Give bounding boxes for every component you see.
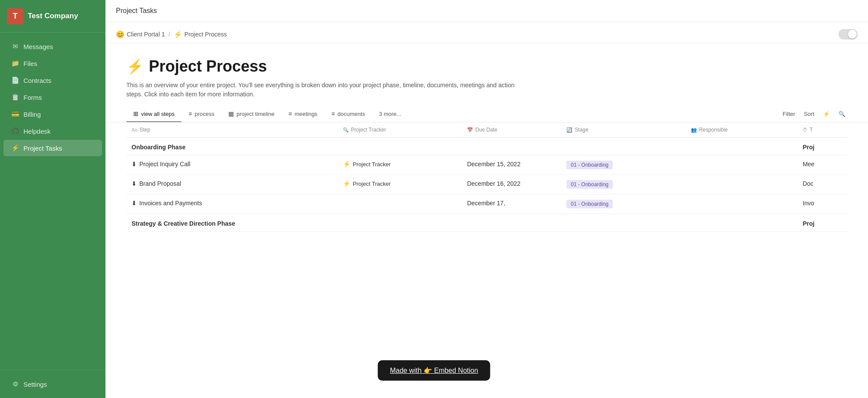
tab-icon-documents: ≡ [331,110,335,117]
billing-icon: 💳 [11,110,19,118]
table-body: Onboarding Phase Proj ⬇ Project Inquiry … [126,138,847,232]
sidebar-item-contracts[interactable]: 📄 Contracts [3,72,102,89]
forms-icon: 📋 [11,93,19,101]
tracker-icon: ⚡ [343,180,350,187]
main-header: Project Tasks [105,0,868,22]
col-header-stage: 🔄 Stage [561,122,685,138]
tracker-cell: ⚡ Project Tracker [338,175,462,194]
breadcrumb: 😊 Client Portal 1 / ⚡ Project Process [105,22,868,43]
page-heading: Project Process [149,57,267,76]
search-button[interactable]: 🔍 [837,106,847,122]
type-cell: Mee [797,155,847,175]
page-title-area: ⚡ Project Process This is an overview of… [105,43,868,106]
phase-row-strategy: Strategy & Creative Direction Phase Proj [126,214,847,232]
sidebar-item-billing[interactable]: 💳 Billing [3,106,102,122]
col-header-type: ⏱ T [797,122,847,138]
responsible-cell [686,194,798,214]
col-prefix-tracker: 🔍 [343,127,349,133]
sidebar-item-label: Contracts [23,77,51,84]
tab-meetings[interactable]: ≡ meetings [281,106,324,122]
contracts-icon: 📄 [11,76,19,84]
tab-label: project timeline [237,111,274,117]
tab-project-timeline[interactable]: ▦ project timeline [221,106,281,122]
step-cell: ⬇ Brand Proposal [126,175,338,194]
content: 😊 Client Portal 1 / ⚡ Project Process ⚡ … [105,22,868,398]
filter-button[interactable]: Filter [781,106,797,122]
helpdesk-icon: 🎧 [11,127,19,135]
step-icon: ⬇ [132,161,137,168]
sidebar-item-label: Files [23,60,37,67]
sidebar-footer: ⚙ Settings [0,370,105,398]
table-container: Aa Step 🔍 Project Tracker [105,122,868,232]
sidebar-item-messages[interactable]: ✉ Messages [3,38,102,55]
tab-icon-view-all-steps: ⊞ [133,110,138,117]
sidebar-item-label: Settings [23,381,47,388]
settings-icon: ⚙ [11,380,19,388]
phase-name: Strategy & Creative Direction Phase [126,214,338,232]
sidebar: T Test Company ✉ Messages 📁 Files 📄 Cont… [0,0,105,398]
breadcrumb-page[interactable]: ⚡ Project Process [174,30,227,39]
tab-label: documents [338,111,365,117]
tab-view-all-steps[interactable]: ⊞ view all steps [126,106,181,122]
toggle-switch[interactable] [838,29,858,39]
due-date-cell: December 17, [462,194,561,214]
portal-emoji: 😊 [116,30,125,39]
breadcrumb-portal[interactable]: 😊 Client Portal 1 [116,30,165,39]
tracker-cell [338,194,462,214]
phase-row-onboarding: Onboarding Phase Proj [126,138,847,155]
tab-documents[interactable]: ≡ documents [324,106,372,122]
sidebar-item-label: Project Tasks [23,145,62,152]
type-cell: Invo [797,194,847,214]
steps-table: Aa Step 🔍 Project Tracker [126,122,847,232]
tab-more[interactable]: 3 more... [372,106,408,122]
sidebar-item-project-tasks[interactable]: ⚡ Project Tasks [3,140,102,156]
phase-extra: Proj [797,214,847,232]
table-row-inquiry[interactable]: ⬇ Project Inquiry Call ⚡ Project Tracker… [126,155,847,175]
col-header-step: Aa Step [126,122,338,138]
table-row-brand-proposal[interactable]: ⬇ Brand Proposal ⚡ Project Tracker Decem… [126,175,847,194]
sidebar-item-settings[interactable]: ⚙ Settings [3,376,102,392]
stage-cell: 01 - Onboarding [561,194,685,214]
page-title-row: ⚡ Project Process [126,57,847,76]
sidebar-item-label: Billing [23,111,41,118]
tab-icon-meetings: ≡ [288,110,292,117]
sidebar-item-files[interactable]: 📁 Files [3,55,102,72]
col-header-due-date: 📅 Due Date [462,122,561,138]
sidebar-item-label: Forms [23,94,42,101]
type-cell: Doc [797,175,847,194]
message-icon: ✉ [11,43,19,50]
tab-label: 3 more... [379,111,401,117]
stage-cell: 01 - Onboarding [561,175,685,194]
due-date-cell: December 15, 2022 [462,155,561,175]
col-prefix-stage: 🔄 [566,127,572,133]
page-title: Project Tasks [116,7,157,14]
col-prefix-resp: 👥 [691,127,697,133]
col-header-tracker: 🔍 Project Tracker [338,122,462,138]
main: Project Tasks 😊 Client Portal 1 / ⚡ Proj… [105,0,868,398]
company-name: Test Company [28,12,78,20]
page-icon: ⚡ [174,30,182,39]
page-description: This is an overview of your entire proje… [126,81,517,99]
step-icon: ⬇ [132,200,137,207]
breadcrumb-separator: / [168,31,170,38]
sidebar-item-label: Messages [23,43,53,50]
table-header: Aa Step 🔍 Project Tracker [126,122,847,138]
sidebar-item-helpdesk[interactable]: 🎧 Helpdesk [3,123,102,139]
phase-name: Onboarding Phase [126,138,338,155]
files-icon: 📁 [11,59,19,67]
notion-banner[interactable]: Made with 👉 Embed Notion [378,360,490,381]
tab-label: process [194,111,214,117]
table-row-invoices[interactable]: ⬇ Invoices and Payments December 17, 01 … [126,194,847,214]
sidebar-header: T Test Company [0,0,105,33]
step-cell: ⬇ Project Inquiry Call [126,155,338,175]
tabs-actions: Filter Sort ⚡ 🔍 [781,106,847,122]
sort-button[interactable]: Sort [802,106,816,122]
sort-icon[interactable]: ⚡ [821,106,832,122]
sidebar-item-forms[interactable]: 📋 Forms [3,89,102,105]
tab-label: view all steps [141,111,174,117]
tab-label: meetings [295,111,318,117]
avatar: T [7,8,23,24]
step-icon: ⬇ [132,180,137,187]
tab-process[interactable]: ≡ process [181,106,221,122]
portal-label: Client Portal 1 [127,31,165,38]
